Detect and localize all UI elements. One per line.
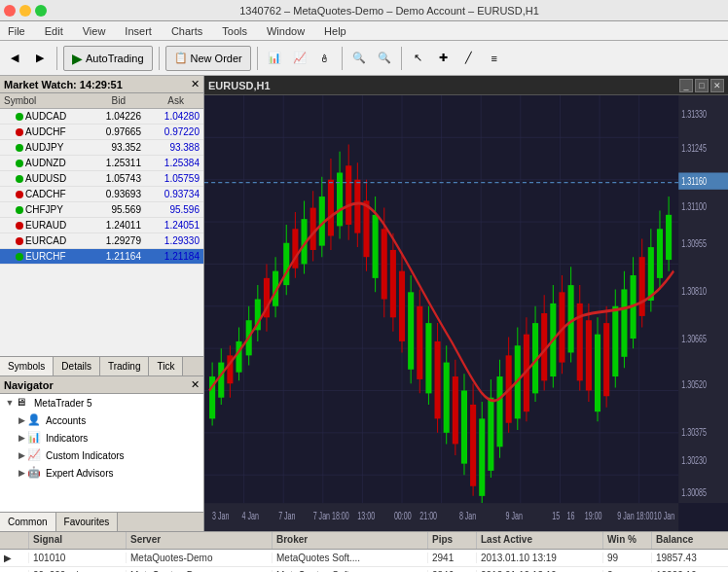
svg-text:21:00: 21:00 bbox=[419, 511, 437, 522]
svg-text:19:00: 19:00 bbox=[585, 511, 602, 522]
svg-text:15: 15 bbox=[552, 511, 560, 522]
signal-row[interactable]: ▶ 20_200_pips MetaQuotes-Demo MetaQuotes… bbox=[0, 567, 728, 572]
nav-expander: ▶ bbox=[16, 449, 27, 461]
svg-text:1.31330: 1.31330 bbox=[681, 109, 707, 121]
market-watch-columns: Symbol Bid Ask bbox=[0, 93, 203, 109]
svg-text:7 Jan 18:00: 7 Jan 18:00 bbox=[313, 511, 349, 522]
menu-tools[interactable]: Tools bbox=[218, 23, 251, 39]
mw-tab-trading[interactable]: Trading bbox=[100, 357, 150, 375]
nav-expander: ▼ bbox=[4, 397, 16, 409]
market-watch-rows: AUDCAD 1.04226 1.04280 AUDCHF 0.97665 0.… bbox=[0, 109, 203, 356]
market-watch-close[interactable]: ✕ bbox=[191, 78, 200, 90]
autotrading-button[interactable]: ▶ AutoTrading bbox=[63, 46, 153, 71]
sig-col-pips: Pips bbox=[428, 532, 477, 549]
svg-text:1.30375: 1.30375 bbox=[681, 426, 707, 438]
navigator-item[interactable]: ▶ 📈 Custom Indicators bbox=[0, 447, 203, 464]
symbol-ask: 1.05759 bbox=[145, 173, 203, 184]
market-watch-row[interactable]: EURCAD 1.29279 1.29330 bbox=[0, 233, 203, 249]
chart-line-icon[interactable]: 📈 bbox=[289, 48, 310, 69]
sig-col-broker: Broker bbox=[273, 532, 428, 549]
chart-header: EURUSD,H1 _ □ ✕ bbox=[204, 76, 728, 95]
zoom-out-icon[interactable]: 🔍 bbox=[374, 48, 395, 69]
line-icon[interactable]: ╱ bbox=[458, 48, 480, 69]
minimize-button[interactable] bbox=[19, 5, 31, 17]
close-button[interactable] bbox=[4, 5, 16, 17]
symbol-name: EURAUD bbox=[0, 220, 87, 231]
nav-label: MetaTrader 5 bbox=[34, 398, 92, 409]
market-watch-row[interactable]: AUDUSD 1.05743 1.05759 bbox=[0, 171, 203, 187]
symbol-ask: 1.21184 bbox=[145, 251, 203, 262]
navigator-close[interactable]: ✕ bbox=[191, 378, 200, 391]
svg-text:3 Jan: 3 Jan bbox=[212, 511, 229, 522]
navigator-item[interactable]: ▼ 🖥 MetaTrader 5 bbox=[0, 394, 203, 411]
up-indicator bbox=[16, 160, 23, 167]
chart-canvas[interactable]: 3 Jan 4 Jan 7 Jan 7 Jan 18:00 13:00 00:0… bbox=[204, 95, 728, 531]
symbol-ask: 93.388 bbox=[145, 142, 203, 153]
symbol-name: EURCAD bbox=[0, 235, 87, 246]
nav-tab-common[interactable]: Common bbox=[0, 513, 56, 531]
title-bar: 1340762 – MetaQuotes-Demo – Demo Account… bbox=[0, 0, 728, 21]
chart-controls: _ □ ✕ bbox=[679, 79, 724, 92]
nav-tab-favourites[interactable]: Favourites bbox=[56, 513, 119, 531]
toolbar-back[interactable]: ◀ bbox=[4, 48, 25, 69]
toolbar-separator-5 bbox=[401, 47, 402, 70]
symbol-ask: 1.24051 bbox=[145, 220, 203, 231]
market-watch-row[interactable]: AUDCHF 0.97665 0.97220 bbox=[0, 125, 203, 140]
svg-text:10 Jan: 10 Jan bbox=[654, 511, 674, 522]
svg-rect-126 bbox=[204, 503, 678, 531]
symbol-ask: 0.97220 bbox=[145, 126, 203, 137]
up-indicator bbox=[16, 113, 23, 121]
period-icon[interactable]: ≡ bbox=[484, 48, 505, 69]
nav-label: Indicators bbox=[46, 433, 88, 444]
navigator-item[interactable]: ▶ 🤖 Expert Advisors bbox=[0, 464, 203, 482]
mw-tab-tick[interactable]: Tick bbox=[149, 357, 183, 375]
menu-file[interactable]: File bbox=[4, 23, 29, 39]
nav-icon: 🖥 bbox=[16, 396, 31, 410]
market-watch-row[interactable]: EURAUD 1.24011 1.24051 bbox=[0, 218, 203, 233]
navigator-item[interactable]: ▶ 📊 Indicators bbox=[0, 429, 203, 447]
sig-cell-server: MetaQuotes-Demo bbox=[127, 553, 273, 563]
chart-maximize-btn[interactable]: □ bbox=[695, 79, 709, 92]
menu-insert[interactable]: Insert bbox=[121, 23, 156, 39]
chart-candle-icon[interactable]: 🕯 bbox=[314, 48, 336, 69]
maximize-button[interactable] bbox=[35, 5, 47, 17]
market-watch-row[interactable]: AUDNZD 1.25311 1.25384 bbox=[0, 156, 203, 171]
market-watch-row[interactable]: CADCHF 0.93693 0.93734 bbox=[0, 187, 203, 202]
navigator-header: Navigator ✕ bbox=[0, 376, 203, 394]
symbol-bid: 1.21164 bbox=[87, 251, 145, 262]
chart-close-btn[interactable]: ✕ bbox=[710, 79, 724, 92]
menu-view[interactable]: View bbox=[79, 23, 110, 39]
chart-minimize-btn[interactable]: _ bbox=[679, 79, 693, 92]
zoom-in-icon[interactable]: 🔍 bbox=[348, 48, 370, 69]
down-indicator bbox=[16, 128, 23, 136]
signal-row[interactable]: ▶ 101010 MetaQuotes-Demo MetaQuotes Soft… bbox=[0, 550, 728, 567]
menu-window[interactable]: Window bbox=[263, 23, 309, 39]
nav-expander: ▶ bbox=[16, 414, 27, 426]
window-title: 1340762 – MetaQuotes-Demo – Demo Account… bbox=[55, 5, 724, 17]
navigator-item[interactable]: ▶ 👤 Accounts bbox=[0, 411, 203, 429]
menu-edit[interactable]: Edit bbox=[41, 23, 67, 39]
mw-tab-details[interactable]: Details bbox=[54, 357, 100, 375]
signals-header: Signal Server Broker Pips Last Active Wi… bbox=[0, 532, 728, 550]
market-watch-row[interactable]: EURCHF 1.21164 1.21184 bbox=[0, 249, 203, 265]
market-watch-header: Market Watch: 14:29:51 ✕ bbox=[0, 76, 203, 93]
market-watch-row[interactable]: AUDJPY 93.352 93.388 bbox=[0, 140, 203, 156]
market-watch-row[interactable]: AUDCAD 1.04226 1.04280 bbox=[0, 109, 203, 125]
menu-charts[interactable]: Charts bbox=[167, 23, 206, 39]
symbol-bid: 0.97665 bbox=[87, 126, 145, 137]
chart-bar-icon[interactable]: 📊 bbox=[264, 48, 285, 69]
toolbar-forward[interactable]: ▶ bbox=[29, 48, 51, 69]
mw-tab-symbols[interactable]: Symbols bbox=[0, 357, 54, 375]
cursor-icon[interactable]: ↖ bbox=[408, 48, 429, 69]
navigator-tree: ▼ 🖥 MetaTrader 5 ▶ 👤 Accounts ▶ 📊 Indica… bbox=[0, 394, 203, 512]
menu-help[interactable]: Help bbox=[320, 23, 350, 39]
crosshair-icon[interactable]: ✚ bbox=[433, 48, 455, 69]
market-watch-row[interactable]: CHFJPY 95.569 95.596 bbox=[0, 202, 203, 218]
symbol-name: AUDUSD bbox=[0, 173, 87, 184]
svg-text:8 Jan: 8 Jan bbox=[459, 511, 476, 522]
market-watch-title: Market Watch: 14:29:51 bbox=[4, 79, 123, 90]
svg-text:4 Jan: 4 Jan bbox=[242, 511, 259, 522]
symbol-bid: 95.569 bbox=[87, 204, 145, 215]
new-order-button[interactable]: 📋 New Order bbox=[165, 46, 251, 71]
svg-text:1.30955: 1.30955 bbox=[681, 238, 707, 250]
